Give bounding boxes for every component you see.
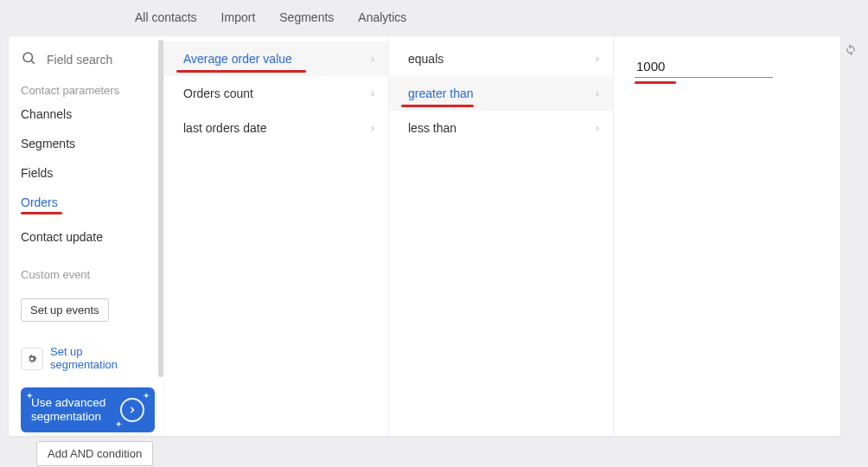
chevron-right-icon: › <box>371 122 374 134</box>
topnav-analytics[interactable]: Analytics <box>358 10 406 24</box>
search-icon <box>21 50 36 68</box>
advanced-segmentation-label: Use advanced segmentation <box>31 396 118 424</box>
segmentation-panel: Contact parameters Channels Segments Fie… <box>9 36 840 436</box>
sparkle-icon: ✦ <box>143 391 150 400</box>
setup-events-button[interactable]: Set up events <box>21 298 109 322</box>
field-label: Orders count <box>183 86 253 100</box>
topnav-segments[interactable]: Segments <box>279 10 334 24</box>
sidebar: Contact parameters Channels Segments Fie… <box>9 36 164 436</box>
advanced-segmentation-button[interactable]: ✦ ✦ ✦ Use advanced segmentation <box>21 387 155 432</box>
chevron-right-icon: › <box>596 87 599 99</box>
topnav-all-contacts[interactable]: All contacts <box>135 10 197 24</box>
field-label: last orders date <box>183 121 267 135</box>
chevron-right-circle-icon <box>120 398 144 422</box>
highlight-underline <box>176 70 306 73</box>
operators-column: equals › greater than › less than › <box>389 36 614 436</box>
custom-event-label: Custom event <box>21 268 163 281</box>
sparkle-icon: ✦ <box>115 419 122 429</box>
field-search-input[interactable] <box>45 52 155 67</box>
sparkle-icon: ✦ <box>26 391 33 400</box>
chevron-right-icon: › <box>596 53 599 65</box>
svg-line-1 <box>31 61 34 63</box>
param-channels[interactable]: Channels <box>21 107 163 121</box>
refresh-icon[interactable] <box>844 42 858 56</box>
field-orders-count[interactable]: Orders count › <box>164 76 388 111</box>
top-nav: All contacts Import Segments Analytics <box>0 0 868 35</box>
chevron-right-icon: › <box>371 53 374 65</box>
param-orders-label: Orders <box>21 195 58 209</box>
operator-label: less than <box>408 121 456 135</box>
setup-segmentation-link[interactable]: Set up segmentation <box>50 346 118 372</box>
chevron-right-icon: › <box>596 122 599 134</box>
value-input[interactable] <box>635 55 773 78</box>
operator-label: greater than <box>408 86 474 100</box>
operator-label: equals <box>408 52 444 66</box>
field-last-orders-date[interactable]: last orders date › <box>164 111 388 145</box>
param-orders[interactable]: Orders <box>21 195 163 214</box>
add-and-condition-button[interactable]: Add AND condition <box>36 441 153 466</box>
contact-params-label: Contact parameters <box>21 84 163 97</box>
fields-column: Average order value › Orders count › las… <box>164 36 389 436</box>
operator-greater-than[interactable]: greater than › <box>389 76 613 111</box>
field-average-order-value[interactable]: Average order value › <box>164 42 388 76</box>
highlight-underline <box>21 212 62 214</box>
value-column <box>614 36 840 436</box>
highlight-underline <box>635 81 676 84</box>
gear-icon[interactable] <box>21 348 43 370</box>
field-search <box>21 50 163 68</box>
operator-equals[interactable]: equals › <box>389 42 613 76</box>
svg-point-0 <box>23 53 33 62</box>
operator-less-than[interactable]: less than › <box>389 111 613 145</box>
param-segments[interactable]: Segments <box>21 137 163 150</box>
param-contact-update[interactable]: Contact update <box>21 230 163 244</box>
field-label: Average order value <box>183 52 292 66</box>
highlight-underline <box>401 105 474 107</box>
chevron-right-icon: › <box>371 87 374 99</box>
topnav-import[interactable]: Import <box>221 10 256 24</box>
param-fields[interactable]: Fields <box>21 166 163 180</box>
